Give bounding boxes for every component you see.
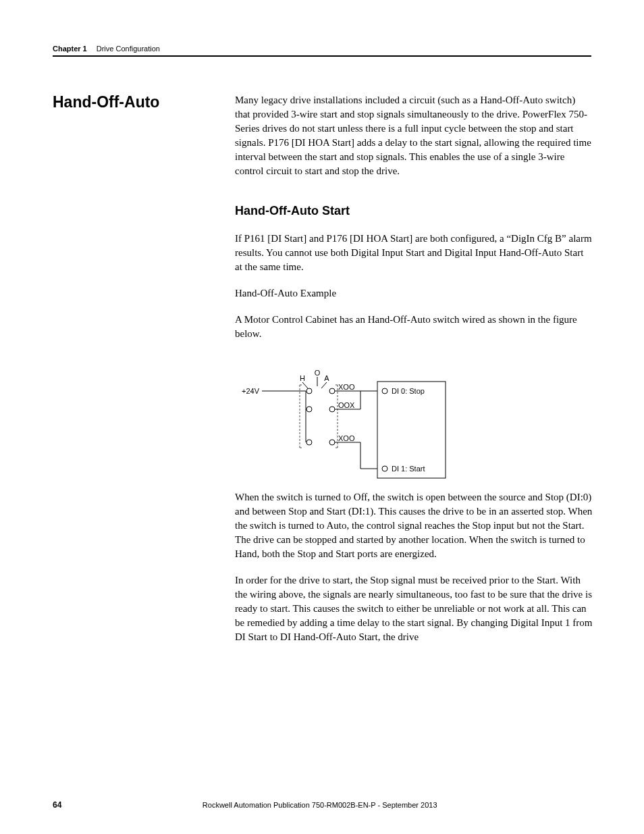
header-line: Chapter 1 Drive Configuration [53,45,591,57]
xoo-row1: XOO [338,383,355,391]
svg-point-10 [329,407,335,412]
publication-info: Rockwell Automation Publication 750-RM00… [203,801,437,809]
svg-line-2 [302,382,308,388]
chapter-title: Drive Configuration [97,45,160,53]
subsection-block: Hand-Off-Auto Start If P161 [DI Start] a… [235,204,593,353]
svg-line-4 [321,382,327,388]
svg-point-6 [329,388,335,394]
wiring-diagram: +24V H O A XOO OOX XOO [235,370,593,484]
intro-paragraph: Many legacy drive installations included… [235,93,593,178]
di1-label: DI 1: Start [392,465,425,473]
di0-label: DI 0: Stop [392,387,425,395]
page-header: Chapter 1 Drive Configuration [53,45,591,57]
svg-point-19 [382,388,387,394]
svg-rect-18 [377,382,446,478]
svg-point-13 [306,440,312,445]
alarm-paragraph: If P161 [DI Start] and P176 [DI HOA Star… [235,232,593,274]
oox-row2: OOX [338,401,355,409]
switch-off-paragraph: When the switch is turned to Off, the sw… [235,490,593,561]
svg-point-5 [306,388,312,394]
label-a: A [324,374,329,382]
page-footer: 64 Rockwell Automation Publication 750-R… [53,800,591,810]
label-o: O [315,370,321,377]
xoo-row3: XOO [338,434,355,442]
cabinet-paragraph: A Motor Control Cabinet has an Hand-Off-… [235,313,593,341]
svg-point-20 [382,466,387,471]
label-24v: +24V [242,387,260,395]
intro-block: Many legacy drive installations included… [235,93,593,190]
page-number: 64 [53,800,61,810]
label-h: H [300,374,305,382]
svg-point-9 [306,407,312,412]
subheading: Hand-Off-Auto Start [235,204,593,218]
example-label: Hand-Off-Auto Example [235,286,593,301]
svg-point-14 [329,440,335,445]
chapter-label: Chapter 1 [53,45,87,53]
after-diagram-block: When the switch is turned to Off, the sw… [235,490,593,656]
section-title: Hand-Off-Auto [53,93,159,111]
start-timing-paragraph: In order for the drive to start, the Sto… [235,573,593,644]
